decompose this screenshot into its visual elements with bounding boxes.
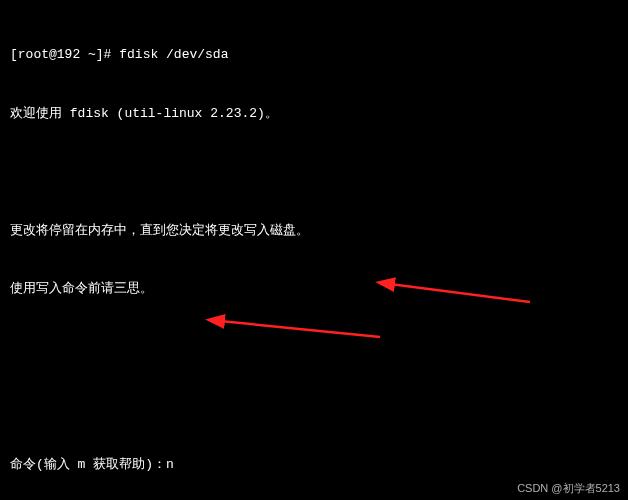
blank-line [10, 338, 618, 358]
notice-line-2: 使用写入命令前请三思。 [10, 279, 618, 299]
command-text: fdisk /dev/sda [119, 47, 228, 62]
blank-line [10, 396, 618, 416]
welcome-line: 欢迎使用 fdisk (util-linux 2.23.2)。 [10, 104, 618, 124]
blank-line [10, 162, 618, 182]
notice-line-1: 更改将停留在内存中，直到您决定将更改写入磁盘。 [10, 221, 618, 241]
prompt-line-1: [root@192 ~]# fdisk /dev/sda [10, 45, 618, 65]
prompt-user-host: [root@192 ~]# [10, 47, 111, 62]
cmd-prompt-1: 命令(输入 m 获取帮助)：n [10, 455, 618, 475]
watermark: CSDN @初学者5213 [517, 480, 620, 497]
cmd-input: n [166, 457, 174, 472]
terminal-output[interactable]: [root@192 ~]# fdisk /dev/sda 欢迎使用 fdisk … [10, 6, 618, 500]
cmd-label: 命令(输入 m 获取帮助)： [10, 457, 166, 472]
